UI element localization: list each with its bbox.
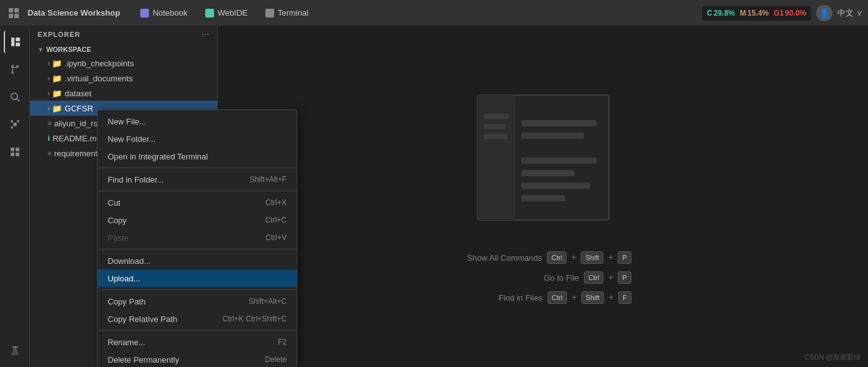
activity-extensions[interactable] xyxy=(4,141,26,163)
watermark: CSDN @东荷新绿 xyxy=(805,353,860,362)
menu-find-folder[interactable]: Find in Folder... Shift+Alt+F xyxy=(98,171,297,188)
menu-new-folder[interactable]: New Folder... xyxy=(98,130,297,148)
menu-upload[interactable]: Upload... xyxy=(98,269,297,287)
svg-rect-21 xyxy=(13,346,18,348)
gpu-label: G1 xyxy=(774,9,784,18)
svg-rect-17 xyxy=(11,148,14,151)
kbd-p: P xyxy=(618,271,631,284)
tab-webide[interactable]: WebIDE xyxy=(198,4,255,23)
menu-copy[interactable]: Copy Ctrl+C xyxy=(98,211,297,229)
user-avatar[interactable]: 👤 xyxy=(816,5,832,21)
menu-separator-1 xyxy=(98,168,297,168)
menu-copy-path[interactable]: Copy Path Shift+Alt+C xyxy=(98,293,297,310)
svg-rect-26 xyxy=(484,134,508,139)
folder-icon: 📁 xyxy=(52,104,62,113)
titlebar: Data Science Workshop Notebook WebIDE Te… xyxy=(0,0,868,26)
svg-rect-28 xyxy=(521,133,584,139)
file-icon: ≡ xyxy=(48,149,51,157)
svg-rect-4 xyxy=(11,38,14,46)
folder-icon: 📁 xyxy=(52,89,62,98)
activity-source-control[interactable] xyxy=(4,58,26,81)
menu-separator-4 xyxy=(98,289,297,290)
language-selector[interactable]: 中文 ∨ xyxy=(837,8,863,19)
tree-item-virtual[interactable]: › 📁 .virtual_documents xyxy=(30,71,217,86)
menu-cut[interactable]: Cut Ctrl+X xyxy=(98,194,297,211)
activity-explorer[interactable] xyxy=(4,31,26,53)
svg-rect-18 xyxy=(16,148,19,151)
gpu-value: 90.0% xyxy=(785,9,806,18)
menu-delete[interactable]: Delete Permanently Delete xyxy=(98,351,297,367)
menu-paste: Paste Ctrl+V xyxy=(98,229,297,246)
mem-label: M xyxy=(740,9,746,18)
folder-chevron: › xyxy=(48,105,49,112)
app-title: Data Science Workshop xyxy=(28,8,120,18)
tab-terminal-label: Terminal xyxy=(278,8,309,18)
sidebar-title: Explorer xyxy=(38,31,81,38)
mem-value: 15.4% xyxy=(747,9,768,18)
tab-notebook[interactable]: Notebook xyxy=(133,4,195,23)
svg-rect-19 xyxy=(11,153,14,156)
folder-icon: 📁 xyxy=(52,74,62,83)
shortcut-label: Go to File xyxy=(491,273,579,283)
svg-rect-6 xyxy=(16,43,20,46)
file-icon: ≡ xyxy=(48,119,51,127)
svg-rect-3 xyxy=(14,14,19,18)
titlebar-right: C 29.8% M 15.4% G1 90.0% 👤 中文 ∨ xyxy=(702,5,863,21)
activity-search[interactable] xyxy=(4,86,26,108)
notebook-icon xyxy=(140,9,149,18)
kbd-p: P xyxy=(618,251,631,264)
cpu-label: C xyxy=(707,9,713,18)
svg-point-16 xyxy=(11,126,13,129)
folder-chevron: › xyxy=(48,90,49,97)
svg-rect-24 xyxy=(484,114,509,119)
cpu-value: 29.8% xyxy=(713,9,735,18)
resource-badge[interactable]: C 29.8% M 15.4% G1 90.0% xyxy=(702,6,812,21)
shortcut-show-commands: Show All Commands Ctrl + Shift + P xyxy=(454,251,631,264)
menu-new-file[interactable]: New File... xyxy=(98,113,297,130)
activity-git[interactable] xyxy=(4,113,26,136)
menu-open-terminal[interactable]: Open in Integrated Terminal xyxy=(98,148,297,165)
context-menu: New File... New Folder... Open in Integr… xyxy=(97,109,297,367)
menu-copy-relative-path[interactable]: Copy Relative Path Ctrl+K Ctrl+Shift+C xyxy=(98,310,297,328)
svg-rect-32 xyxy=(521,195,565,201)
svg-rect-1 xyxy=(14,8,19,13)
menu-download[interactable]: Download... xyxy=(98,252,297,269)
sidebar-actions[interactable]: ··· xyxy=(202,31,210,38)
kbd-ctrl: Ctrl xyxy=(584,271,603,284)
svg-rect-20 xyxy=(16,153,19,156)
svg-point-14 xyxy=(11,120,13,123)
folder-icon: 📁 xyxy=(52,59,62,68)
svg-rect-30 xyxy=(521,170,574,176)
menu-separator-3 xyxy=(98,249,297,249)
welcome-illustration xyxy=(465,89,621,226)
svg-rect-5 xyxy=(16,38,20,41)
kbd-ctrl: Ctrl xyxy=(547,251,566,264)
svg-rect-25 xyxy=(484,124,506,129)
menu-separator-2 xyxy=(98,191,297,191)
tab-notebook-label: Notebook xyxy=(153,8,188,18)
menu-rename[interactable]: Rename... F2 xyxy=(98,333,297,351)
app-logo[interactable] xyxy=(5,4,23,22)
activity-bar xyxy=(0,26,30,367)
main-content: Show All Commands Ctrl + Shift + P Go to… xyxy=(218,26,868,367)
svg-rect-29 xyxy=(521,158,596,164)
terminal-icon xyxy=(265,9,274,18)
svg-rect-31 xyxy=(521,183,590,189)
info-icon: ℹ xyxy=(48,134,50,143)
titlebar-tabs: Notebook WebIDE Terminal xyxy=(133,4,697,23)
kbd-ctrl: Ctrl xyxy=(548,291,567,304)
svg-line-12 xyxy=(17,99,19,101)
webide-icon xyxy=(205,9,214,18)
tree-item-ipynb[interactable]: › 📁 .ipynb_checkpoints xyxy=(30,56,217,71)
shortcuts-section: Show All Commands Ctrl + Shift + P Go to… xyxy=(454,251,631,304)
workspace-label[interactable]: ▼ WORKSPACE xyxy=(30,43,217,56)
svg-rect-0 xyxy=(9,8,13,13)
shortcut-label: Find in Files xyxy=(455,293,543,303)
tab-terminal[interactable]: Terminal xyxy=(258,4,316,23)
kbd-shift: Shift xyxy=(581,251,603,264)
kbd-shift: Shift xyxy=(581,291,604,304)
tab-webide-label: WebIDE xyxy=(218,8,248,18)
activity-flask[interactable] xyxy=(4,339,26,362)
tree-item-dataset[interactable]: › 📁 dataset xyxy=(30,86,217,101)
svg-point-15 xyxy=(17,120,19,123)
